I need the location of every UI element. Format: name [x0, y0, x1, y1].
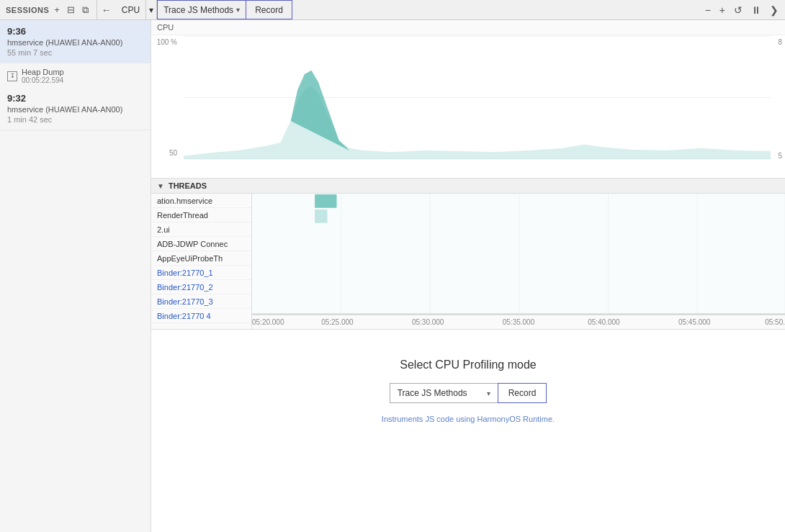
cpu-y-labels: 100 % 50 — [151, 35, 180, 160]
session-device: hmservice (HUAWEI ANA-AN00) — [7, 38, 143, 47]
thread-name-item[interactable]: Binder:21770_3 — [151, 294, 251, 309]
thread-name-item[interactable]: ation.hmservice — [151, 194, 251, 208]
heap-dump-icon: ↧ — [7, 71, 17, 81]
time-label-3: 05:35.000 — [503, 318, 535, 326]
session-duration: 1 min 42 sec — [7, 115, 143, 124]
thread-name-item[interactable]: Binder:21770_1 — [151, 266, 251, 280]
session-duration: 55 min 7 sec — [7, 48, 143, 57]
cpu-y-label-100: 100 % — [157, 38, 177, 46]
back-button[interactable]: ← — [97, 0, 116, 19]
time-label-0: 05:20.000 — [252, 318, 284, 326]
cpu-chart-body: 100 % 50 — [151, 35, 785, 174]
thread-names: ation.hmservice RenderThread 2.ui ADB-JD… — [151, 194, 252, 329]
time-label-4: 05:40.000 — [588, 318, 620, 326]
cpu-chart-title: CPU — [157, 23, 174, 32]
session-item[interactable]: 9:32 hmservice (HUAWEI ANA-AN00) 1 min 4… — [0, 87, 151, 130]
refresh-button[interactable]: ↺ — [730, 3, 746, 17]
session-time: 9:32 — [7, 93, 143, 104]
time-label-6: 05:50. — [765, 318, 785, 326]
threads-header: ▼ THREADS — [151, 179, 785, 194]
thread-name-item[interactable]: Binder:21770_2 — [151, 280, 251, 294]
minimize-button[interactable]: ⊟ — [65, 3, 77, 17]
trace-arrow: ▾ — [236, 6, 240, 14]
add-session-button[interactable]: + — [52, 3, 62, 17]
cpu-label: CPU — [116, 5, 145, 15]
heap-dump-time: 00:05:22.594 — [22, 76, 64, 84]
pause-button[interactable]: ⏸ — [748, 3, 765, 17]
profiling-center: Select CPU Profiling mode Trace JS Metho… — [382, 359, 555, 423]
time-label-2: 05:30.000 — [412, 318, 444, 326]
profiling-title: Select CPU Profiling mode — [400, 359, 536, 371]
session-device: hmservice (HUAWEI ANA-AN00) — [7, 105, 143, 114]
sidebar: 9:36 hmservice (HUAWEI ANA-AN00) 55 min … — [0, 20, 151, 532]
profiling-dropdown[interactable]: Trace JS Methods ▾ — [390, 383, 498, 403]
cpu-chart-svg — [184, 35, 771, 160]
trace-dropdown-button[interactable]: Trace JS Methods ▾ — [158, 1, 246, 19]
cpu-right-label-8: 8 — [778, 38, 782, 46]
time-label-5: 05:45.000 — [678, 318, 711, 326]
record-button-main[interactable]: Record — [498, 383, 547, 403]
session-item[interactable]: 9:36 hmservice (HUAWEI ANA-AN00) 55 min … — [0, 20, 151, 63]
cpu-dropdown[interactable]: ▾ — [145, 0, 156, 19]
thread-timeline: 05:20.000 05:25.000 05:30.000 05:35.000 … — [252, 194, 785, 329]
threads-panel: ▼ THREADS ation.hmservice RenderThread 2… — [151, 179, 785, 330]
cpu-chart-area: CPU 100 % 50 — [151, 20, 785, 179]
layout-button[interactable]: ⧉ — [80, 3, 91, 17]
heap-dump-label: Heap Dump — [22, 68, 64, 76]
cpu-right-label-5: 5 — [778, 152, 782, 160]
profiling-dropdown-label: Trace JS Methods — [398, 388, 467, 398]
cpu-chart-header: CPU — [151, 20, 785, 35]
main-content: 9:36 hmservice (HUAWEI ANA-AN00) 55 min … — [0, 20, 785, 532]
record-button-top[interactable]: Record — [246, 1, 292, 19]
sessions-header: SESSIONS + ⊟ ⧉ — [0, 0, 97, 19]
cpu-y-label-50: 50 — [169, 149, 177, 157]
right-panel: CPU 100 % 50 — [151, 20, 785, 532]
profiling-hint: Instruments JS code using HarmonyOS Runt… — [382, 415, 555, 423]
profiling-dropdown-arrow: ▾ — [487, 389, 490, 397]
thread-name-item[interactable]: Binder:21770 4 — [151, 309, 251, 323]
heap-dump-item[interactable]: ↧ Heap Dump 00:05:22.594 — [0, 63, 151, 87]
cpu-chart-canvas — [184, 35, 771, 160]
trace-section: Trace JS Methods ▾ Record — [157, 0, 292, 19]
trace-method-label: Trace JS Methods — [163, 5, 233, 15]
cpu-right-labels: 8 5 — [778, 38, 782, 160]
threads-list: ation.hmservice RenderThread 2.ui ADB-JD… — [151, 194, 785, 329]
threads-collapse-button[interactable]: ▼ — [157, 182, 164, 190]
thread-name-item[interactable]: AppEyeUiProbeTh — [151, 251, 251, 266]
svg-rect-11 — [252, 194, 785, 314]
zoom-out-button[interactable]: − — [701, 3, 714, 17]
thread-timeline-svg — [252, 194, 785, 329]
toolbar: SESSIONS + ⊟ ⧉ ← CPU ▾ Trace JS Methods … — [0, 0, 785, 20]
time-label-1: 05:25.000 — [321, 318, 354, 326]
sessions-label: SESSIONS — [6, 6, 49, 14]
zoom-in-button[interactable]: + — [716, 3, 729, 17]
threads-title: THREADS — [169, 181, 207, 190]
session-time: 9:36 — [7, 26, 143, 37]
profiling-controls: Trace JS Methods ▾ Record — [390, 383, 547, 403]
thread-name-item[interactable]: ADB-JDWP Connec — [151, 237, 251, 251]
next-button[interactable]: ❯ — [766, 3, 782, 17]
time-axis: 05:20.000 05:25.000 05:30.000 05:35.000 … — [252, 315, 785, 329]
cpu-dropdown-arrow: ▾ — [149, 5, 153, 15]
cpu-section: CPU ▾ — [116, 0, 157, 19]
thread-name-item[interactable]: 2.ui — [151, 222, 251, 237]
thread-name-item[interactable]: RenderThread — [151, 208, 251, 222]
profiling-panel: Select CPU Profiling mode Trace JS Metho… — [151, 330, 785, 532]
heap-dump-info: Heap Dump 00:05:22.594 — [22, 68, 64, 84]
toolbar-right: − + ↺ ⏸ ❯ — [701, 3, 785, 17]
